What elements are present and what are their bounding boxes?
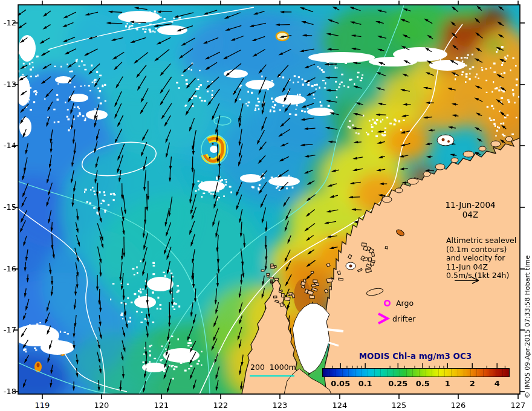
cloud-speckle [276, 187, 277, 189]
cloud-speckle [351, 79, 352, 80]
cloud-speckle [36, 92, 37, 93]
cloud-speckle [84, 120, 86, 121]
cloud-speckle [371, 124, 372, 126]
cloud-speckle [335, 66, 336, 68]
cloud-speckle [44, 99, 45, 100]
cloud-speckle [179, 352, 180, 353]
cloud-speckle [189, 342, 192, 344]
cloud-speckle [516, 84, 517, 86]
cloud-speckle [152, 291, 154, 293]
cloud-speckle [56, 94, 58, 96]
cloud-speckle [199, 84, 202, 86]
cloud-speckle [216, 178, 218, 180]
cloud-speckle [121, 312, 123, 314]
cloud-speckle [192, 105, 193, 107]
cloud-speckle [456, 57, 458, 59]
cloud-speckle [259, 184, 261, 186]
cloud-speckle [354, 83, 355, 85]
cloud-speckle [204, 100, 206, 102]
cloud-speckle [502, 62, 504, 63]
cloud-speckle [336, 67, 337, 68]
cloud-speckle [170, 273, 172, 274]
cloud-speckle [136, 267, 138, 268]
colorbar-tick-label: 4 [481, 379, 513, 388]
cloud-speckle [292, 187, 294, 189]
cloud-speckle [37, 74, 38, 76]
cloud-speckle [169, 25, 172, 27]
cloud-speckle [495, 135, 497, 137]
cloud-speckle [85, 118, 86, 120]
cloud-speckle [267, 88, 269, 90]
cloud-speckle [447, 63, 450, 65]
cloud-speckle [102, 85, 104, 86]
cloud-speckle [209, 191, 211, 193]
cloud-speckle [160, 304, 162, 306]
cloud-speckle [181, 75, 183, 76]
cloud-speckle [66, 116, 68, 118]
cloud-speckle [149, 31, 151, 33]
cloud-speckle [343, 85, 345, 86]
archipelago-island [311, 285, 316, 287]
cloud-speckle [201, 351, 202, 352]
cloud-speckle [21, 95, 23, 97]
cloud-speckle [363, 115, 364, 117]
cloud-speckle [145, 28, 146, 30]
cloud-speckle [33, 50, 34, 52]
cloud-speckle [469, 78, 471, 80]
cloud-speckle [367, 134, 369, 135]
cloud-speckle [501, 46, 504, 48]
cloud-speckle [319, 87, 320, 89]
cloud-speckle [297, 82, 299, 83]
cloud-speckle [335, 81, 337, 83]
cloud-speckle [134, 293, 136, 295]
cloud-speckle [493, 108, 494, 109]
cloud-speckle [304, 80, 307, 82]
cloud-speckle [362, 74, 363, 76]
cloud-speckle [185, 105, 187, 106]
cloud-speckle [142, 28, 144, 30]
cloud-speckle [54, 121, 56, 123]
cloud-speckle [261, 76, 263, 77]
cloud-speckle [85, 69, 87, 71]
cloud-speckle [172, 21, 173, 22]
cloud-speckle [216, 176, 218, 178]
archipelago-island [281, 293, 284, 297]
cloud-speckle [322, 71, 325, 73]
cloud-speckle [201, 364, 202, 366]
cloud-speckle [28, 42, 30, 44]
cloud-speckle [284, 182, 285, 184]
cloud-speckle [199, 97, 201, 99]
archipelago-island [326, 264, 330, 267]
cloud-speckle [162, 290, 164, 291]
cloud-speckle [198, 360, 199, 362]
cloud-speckle [493, 81, 494, 83]
cloud-speckle [288, 176, 289, 178]
cloud-speckle [375, 135, 378, 137]
lat-axis-label: -18 [0, 387, 16, 396]
credit-text: © IMOS 09-Apr-2015 07:33:58 Hobart time [524, 255, 531, 398]
cloud-speckle [96, 71, 98, 73]
cloud-speckle [35, 93, 37, 95]
cloud-speckle [271, 80, 273, 81]
cloud-speckle [507, 55, 508, 57]
archipelago-island [267, 273, 270, 275]
lon-axis-label: 123 [267, 401, 293, 410]
cloud-speckle [472, 66, 474, 68]
lon-axis-label: 125 [386, 401, 412, 410]
cloud-speckle [86, 201, 88, 203]
cloud-speckle [341, 74, 343, 76]
cloud-speckle [372, 119, 374, 121]
info-line-4: 11-Jun 04Z [446, 263, 516, 272]
cloud-speckle [307, 108, 309, 109]
cloud-speckle [172, 365, 174, 366]
lat-axis-label: -16 [0, 264, 16, 273]
lat-axis-label: -14 [0, 141, 16, 150]
cloud-speckle [88, 85, 90, 87]
cloud-speckle [296, 109, 297, 110]
cloud-speckle [25, 60, 27, 61]
cloud-speckle [258, 108, 259, 110]
lon-axis-label: 121 [148, 401, 175, 410]
cloud-speckle [461, 57, 462, 59]
cloud-speckle [288, 175, 290, 176]
cloud-speckle [455, 78, 456, 80]
